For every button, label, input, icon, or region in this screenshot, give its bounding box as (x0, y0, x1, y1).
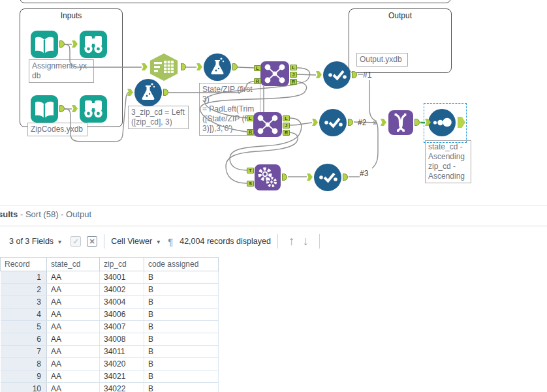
browse-tool-2[interactable] (80, 95, 107, 123)
arrow-up-icon[interactable]: ↑ (289, 234, 295, 249)
input-data-tool-zipcodes[interactable] (31, 95, 58, 123)
join-tool-2[interactable] (253, 112, 282, 137)
table-cell[interactable]: AA (47, 383, 100, 392)
output-anchor[interactable] (282, 173, 287, 181)
formula-tool-zip[interactable] (134, 79, 162, 106)
table-cell[interactable]: B (144, 296, 219, 309)
output-anchor[interactable] (414, 119, 420, 126)
select-all-checkbox-icon[interactable]: ✓ (70, 236, 81, 247)
annotation-formula-zip[interactable]: 3_zip_cd = Left ([zip_cd], 3) (128, 106, 189, 129)
macro-gears-tool[interactable] (255, 164, 281, 190)
table-cell[interactable]: 34006 (100, 309, 144, 321)
table-cell[interactable]: 1 (1, 271, 47, 284)
table-cell[interactable]: AA (47, 358, 100, 370)
join2-output-R[interactable]: R (283, 130, 290, 136)
table-cell[interactable]: B (144, 346, 219, 358)
output-anchor[interactable] (232, 63, 238, 70)
input-anchor[interactable] (127, 89, 133, 96)
join1-output-L[interactable]: L (290, 65, 297, 70)
table-cell[interactable]: 5 (1, 321, 47, 333)
union-tool[interactable] (388, 110, 413, 135)
output-anchor[interactable] (348, 119, 353, 126)
join2-input-R[interactable]: R (247, 129, 254, 135)
input-data-tool-assignments[interactable] (31, 31, 58, 58)
table-cell[interactable]: 4 (1, 309, 47, 321)
unique-check-tool-3[interactable] (314, 164, 341, 191)
output-anchor[interactable] (163, 89, 168, 96)
table-cell[interactable]: 6 (1, 333, 47, 346)
summarize-hexagon-tool[interactable] (149, 53, 179, 81)
table-cell[interactable]: 34004 (100, 296, 144, 309)
table-cell[interactable]: AA (47, 370, 100, 383)
table-cell[interactable]: AA (47, 296, 100, 309)
annotation-output-file[interactable]: Output.yxdb (356, 53, 408, 67)
output-anchor[interactable] (181, 63, 186, 70)
formula-tool-statezip[interactable] (204, 53, 231, 81)
table-cell[interactable]: 34021 (100, 370, 144, 383)
input-anchor[interactable] (381, 119, 386, 126)
join2-output-J[interactable]: J (283, 123, 290, 128)
macro-input-S[interactable]: S (247, 181, 254, 187)
table-cell[interactable]: 10 (1, 383, 47, 392)
table-cell[interactable]: 8 (1, 358, 47, 370)
fields-dropdown[interactable]: 3 of 3 Fields (9, 237, 54, 246)
table-cell[interactable]: 34011 (100, 346, 144, 358)
annotation-formula-statezip[interactable]: State/ZIP (first 3) = PadLeft(Trim ([Sta… (199, 83, 260, 136)
table-cell[interactable]: 3 (1, 296, 47, 309)
output-anchor[interactable] (352, 71, 357, 78)
table-cell[interactable]: 34008 (100, 333, 144, 346)
join2-input-L[interactable]: L (247, 115, 254, 121)
table-cell[interactable]: B (144, 284, 219, 296)
input-anchor[interactable] (316, 71, 322, 78)
annotation-zipcodes[interactable]: ZipCodes.yxdb (27, 123, 87, 136)
chevron-down-icon[interactable]: ▾ (157, 238, 160, 245)
table-cell[interactable]: B (144, 333, 219, 346)
join1-input-R[interactable]: R (254, 78, 261, 84)
table-cell[interactable]: AA (47, 309, 100, 321)
column-header[interactable]: state_cd (47, 258, 100, 271)
table-cell[interactable]: AA (47, 271, 100, 284)
join1-output-J[interactable]: J (290, 72, 297, 78)
table-cell[interactable]: 7 (1, 346, 47, 358)
table-cell[interactable]: AA (47, 284, 100, 296)
chevron-down-icon[interactable]: ▾ (58, 238, 61, 245)
table-cell[interactable]: AA (47, 333, 100, 346)
table-cell[interactable]: 34020 (100, 358, 144, 370)
macro-input-T[interactable]: T (247, 168, 254, 173)
workflow-canvas[interactable]: Inputs Output Assignments.yxdb ZipCodes.… (0, 0, 547, 196)
unique-check-tool-1[interactable] (323, 61, 351, 89)
table-cell[interactable]: 34001 (100, 271, 144, 284)
input-anchor[interactable] (312, 119, 318, 126)
output-anchor[interactable] (343, 173, 348, 181)
table-cell[interactable]: AA (47, 321, 100, 333)
join2-output-L[interactable]: L (283, 115, 290, 121)
table-cell[interactable]: B (144, 370, 219, 383)
table-cell[interactable]: 2 (1, 284, 47, 296)
cell-viewer-dropdown[interactable]: Cell Viewer (111, 237, 152, 246)
browse-tool-1[interactable] (80, 31, 107, 58)
table-cell[interactable]: 34007 (100, 321, 144, 333)
deselect-all-icon[interactable]: ✕ (87, 236, 97, 247)
table-cell[interactable]: B (144, 309, 219, 321)
join1-output-R[interactable]: R (290, 79, 297, 85)
table-cell[interactable]: AA (47, 346, 100, 358)
container-cutoff[interactable] (20, 0, 451, 3)
table-cell[interactable]: B (144, 383, 219, 392)
table-cell[interactable]: 34002 (100, 284, 144, 296)
input-anchor[interactable] (142, 63, 148, 70)
column-header[interactable]: Record (1, 258, 47, 271)
column-header[interactable]: code assigned (144, 258, 219, 271)
table-cell[interactable]: B (144, 271, 219, 284)
column-header[interactable]: zip_cd (100, 258, 144, 271)
input-anchor[interactable] (196, 63, 202, 70)
pilcrow-icon[interactable]: ¶ (168, 236, 173, 247)
arrow-down-icon[interactable]: ↓ (302, 234, 309, 249)
unique-check-tool-2[interactable] (319, 109, 347, 136)
table-cell[interactable]: B (144, 321, 219, 333)
table-cell[interactable]: B (144, 358, 219, 370)
annotation-assignments[interactable]: Assignments.yxdb (29, 59, 94, 83)
table-cell[interactable]: 34022 (100, 383, 144, 392)
sort-tool[interactable] (428, 109, 456, 136)
input-anchor[interactable] (307, 173, 313, 181)
table-cell[interactable]: 9 (1, 370, 47, 383)
